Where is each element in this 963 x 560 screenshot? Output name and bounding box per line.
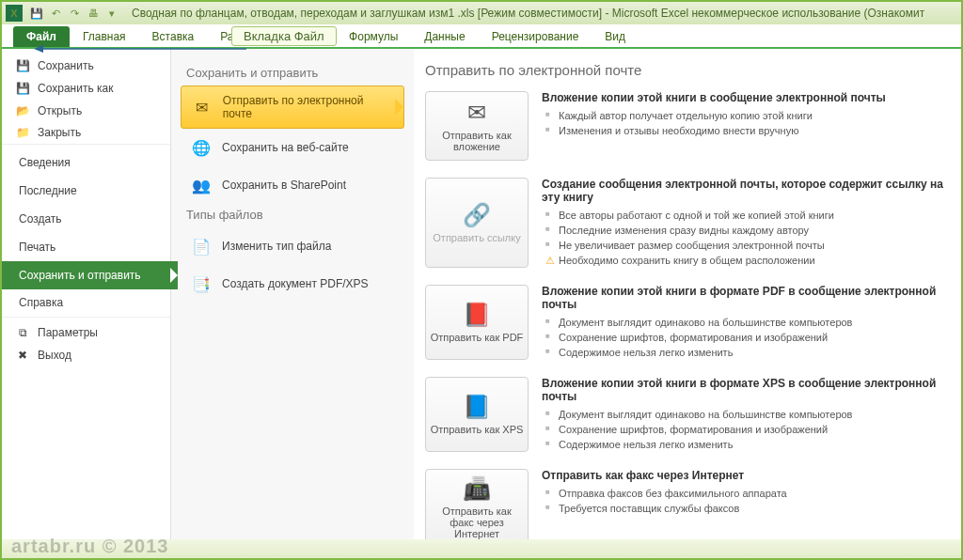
backstage-menu: 💾Сохранить 💾Сохранить как 📂Открыть 📁Закр… xyxy=(2,49,171,539)
option-bullet: Документ выглядит одинаково на большинст… xyxy=(542,315,950,330)
menu-options[interactable]: ⧉Параметры xyxy=(2,321,170,344)
quick-access-toolbar: X 💾 ↶ ↷ 🖶 ▾ xyxy=(6,5,120,22)
option-desc: Вложение копии этой книги в формате XPS … xyxy=(542,377,950,452)
option-desc: Отправить как факс через ИнтернетОтправк… xyxy=(542,469,950,539)
menu-save[interactable]: 💾Сохранить xyxy=(2,54,170,77)
option-bullet: Сохранение шрифтов, форматирования и изо… xyxy=(542,330,950,345)
pdf-xps-icon: 📑 xyxy=(190,272,213,295)
save-icon: 💾 xyxy=(15,58,30,73)
ribbon-tabs: Файл Главная Вставка Разметка страницы Ф… xyxy=(2,24,961,49)
email-icon: ✉ xyxy=(191,96,213,118)
send-option-button-1: 🔗Отправить ссылку xyxy=(425,178,529,268)
option-heading: Создание сообщения электронной почты, ко… xyxy=(542,178,950,204)
filetype-icon: 📄 xyxy=(190,235,213,257)
cat-save-web[interactable]: 🌐Сохранить на веб-сайте xyxy=(181,129,404,166)
option-bullet: Содержимое нельзя легко изменить xyxy=(542,345,950,360)
option-icon: 📘 xyxy=(463,394,491,420)
tab-home[interactable]: Главная xyxy=(70,26,139,47)
menu-save-send[interactable]: Сохранить и отправить xyxy=(2,261,178,289)
tab-insert[interactable]: Вставка xyxy=(139,26,208,47)
tab-file[interactable]: Файл xyxy=(13,26,70,47)
more-icon[interactable]: ▾ xyxy=(103,5,120,22)
option-warning: Необходимо сохранить книгу в общем распо… xyxy=(542,253,950,268)
sharepoint-icon: 👥 xyxy=(190,174,213,196)
send-option-button-0[interactable]: ✉Отправить как вложение xyxy=(425,91,529,161)
print-icon[interactable]: 🖶 xyxy=(85,5,102,22)
undo-icon[interactable]: ↶ xyxy=(47,5,64,22)
option-button-label: Отправить как XPS xyxy=(431,424,524,435)
send-email-panel: Отправить по электронной почте ✉Отправит… xyxy=(414,49,961,539)
tab-view[interactable]: Вид xyxy=(592,26,639,47)
cat-send-email[interactable]: ✉Отправить по электронной почте xyxy=(181,86,404,129)
menu-close[interactable]: 📁Закрыть xyxy=(2,122,170,145)
open-icon: 📂 xyxy=(15,103,30,118)
menu-recent[interactable]: Последние xyxy=(2,177,170,205)
callout-label: Вкладка Файл xyxy=(231,26,337,46)
globe-icon: 🌐 xyxy=(190,136,213,159)
option-button-label: Отправить как факс через Интернет xyxy=(430,506,524,539)
option-icon: 📠 xyxy=(463,475,491,502)
send-option-button-3[interactable]: 📘Отправить как XPS xyxy=(425,377,529,452)
option-heading: Вложение копии этой книги в сообщение эл… xyxy=(542,91,950,104)
cat-create-pdf-xps[interactable]: 📑Создать документ PDF/XPS xyxy=(181,265,404,303)
option-bullet: Не увеличивает размер сообщения электрон… xyxy=(542,238,950,253)
save-icon[interactable]: 💾 xyxy=(28,5,45,22)
option-bullet: Последние изменения сразу видны каждому … xyxy=(542,223,950,238)
option-bullet: Каждый автор получает отдельную копию эт… xyxy=(542,108,950,123)
group-title-send: Сохранить и отправить xyxy=(186,66,404,80)
save-send-categories: Сохранить и отправить ✉Отправить по элек… xyxy=(171,49,414,539)
save-as-icon: 💾 xyxy=(15,81,30,96)
tab-data[interactable]: Данные xyxy=(411,26,478,47)
option-heading: Вложение копии этой книги в формате XPS … xyxy=(542,377,950,403)
option-bullet: Документ выглядит одинаково на большинст… xyxy=(542,407,950,422)
option-desc: Вложение копии этой книги в сообщение эл… xyxy=(542,91,950,161)
option-bullet: Сохранение шрифтов, форматирования и изо… xyxy=(542,422,950,437)
close-icon: 📁 xyxy=(15,125,30,140)
excel-icon: X xyxy=(6,5,23,22)
panel-title: Отправить по электронной почте xyxy=(425,62,950,78)
redo-icon[interactable]: ↷ xyxy=(66,5,83,22)
menu-help[interactable]: Справка xyxy=(2,289,170,318)
exit-icon: ✖ xyxy=(15,348,30,363)
menu-print[interactable]: Печать xyxy=(2,233,170,261)
options-icon: ⧉ xyxy=(15,325,30,340)
option-icon: ✉ xyxy=(467,100,486,126)
option-bullet: Содержимое нельзя легко изменить xyxy=(542,437,950,452)
option-button-label: Отправить как PDF xyxy=(431,332,524,343)
option-heading: Вложение копии этой книги в формате PDF … xyxy=(542,285,950,311)
menu-info[interactable]: Сведения xyxy=(2,148,170,177)
option-icon: 🔗 xyxy=(463,202,491,228)
cat-change-filetype[interactable]: 📄Изменить тип файла xyxy=(181,227,404,265)
watermark: artabr.ru © 2013 xyxy=(11,536,168,558)
send-option-button-4[interactable]: 📠Отправить как факс через Интернет xyxy=(425,469,529,539)
title-bar: X 💾 ↶ ↷ 🖶 ▾ Сводная по фланцам, отводам,… xyxy=(2,2,961,24)
option-bullet: Изменения и отзывы необходимо внести вру… xyxy=(542,123,950,138)
send-option-button-2[interactable]: 📕Отправить как PDF xyxy=(425,285,529,360)
option-heading: Отправить как факс через Интернет xyxy=(542,469,950,482)
cat-save-sharepoint[interactable]: 👥Сохранить в SharePoint xyxy=(181,166,404,204)
menu-exit[interactable]: ✖Выход xyxy=(2,344,170,366)
menu-new[interactable]: Создать xyxy=(2,205,170,233)
option-desc: Вложение копии этой книги в формате PDF … xyxy=(542,285,950,360)
option-icon: 📕 xyxy=(463,302,491,328)
option-button-label: Отправить как вложение xyxy=(430,130,524,152)
menu-open[interactable]: 📂Открыть xyxy=(2,100,170,122)
option-button-label: Отправить ссылку xyxy=(433,232,520,243)
menu-save-as[interactable]: 💾Сохранить как xyxy=(2,77,170,100)
tab-review[interactable]: Рецензирование xyxy=(479,26,592,47)
window-title: Сводная по фланцам, отводам, переходам и… xyxy=(132,7,961,20)
option-desc: Создание сообщения электронной почты, ко… xyxy=(542,178,950,268)
option-bullet: Отправка факсов без факсимильного аппара… xyxy=(542,486,950,501)
tab-formulas[interactable]: Формулы xyxy=(336,26,411,47)
option-bullet: Требуется поставщик службы факсов xyxy=(542,501,950,516)
option-bullet: Все авторы работают с одной и той же коп… xyxy=(542,208,950,223)
group-title-filetypes: Типы файлов xyxy=(186,208,404,222)
